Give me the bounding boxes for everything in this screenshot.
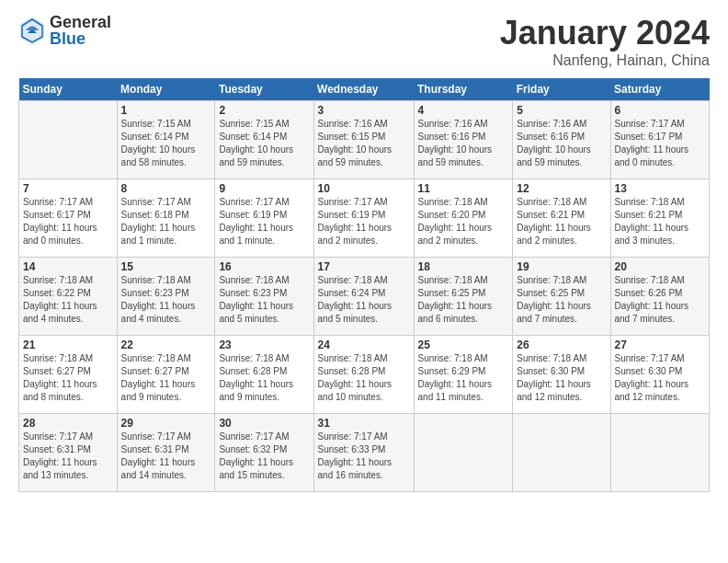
day-info: Sunrise: 7:17 AMSunset: 6:19 PMDaylight:… xyxy=(318,196,410,247)
table-row: 4Sunrise: 7:16 AMSunset: 6:16 PMDaylight… xyxy=(414,101,513,179)
weekday-monday: Monday xyxy=(117,78,215,101)
day-info: Sunrise: 7:18 AMSunset: 6:25 PMDaylight:… xyxy=(418,274,509,326)
day-number: 22 xyxy=(121,339,211,351)
day-number: 20 xyxy=(615,260,706,273)
table-row: 29Sunrise: 7:17 AMSunset: 6:31 PMDayligh… xyxy=(117,414,215,492)
table-row: 17Sunrise: 7:18 AMSunset: 6:24 PMDayligh… xyxy=(313,258,414,336)
day-number: 25 xyxy=(418,339,509,351)
table-row: 21Sunrise: 7:18 AMSunset: 6:27 PMDayligh… xyxy=(19,336,118,414)
day-info: Sunrise: 7:18 AMSunset: 6:26 PMDaylight:… xyxy=(615,274,706,326)
day-number: 6 xyxy=(615,104,706,117)
day-info: Sunrise: 7:18 AMSunset: 6:29 PMDaylight:… xyxy=(418,352,509,404)
day-info: Sunrise: 7:18 AMSunset: 6:25 PMDaylight:… xyxy=(517,274,606,326)
table-row: 23Sunrise: 7:18 AMSunset: 6:28 PMDayligh… xyxy=(215,336,313,414)
weekday-saturday: Saturday xyxy=(610,78,710,101)
logo-general: General xyxy=(50,14,111,30)
day-number: 2 xyxy=(219,104,309,117)
table-row: 3Sunrise: 7:16 AMSunset: 6:15 PMDaylight… xyxy=(313,101,414,179)
logo-icon xyxy=(18,15,46,47)
table-row xyxy=(414,414,513,492)
weekday-thursday: Thursday xyxy=(414,78,513,101)
day-info: Sunrise: 7:17 AMSunset: 6:31 PMDaylight:… xyxy=(23,431,113,482)
day-info: Sunrise: 7:17 AMSunset: 6:17 PMDaylight:… xyxy=(23,196,113,247)
day-number: 31 xyxy=(318,417,410,430)
table-row: 19Sunrise: 7:18 AMSunset: 6:25 PMDayligh… xyxy=(513,258,610,336)
table-row: 28Sunrise: 7:17 AMSunset: 6:31 PMDayligh… xyxy=(19,414,118,492)
day-info: Sunrise: 7:18 AMSunset: 6:27 PMDaylight:… xyxy=(23,352,113,404)
day-info: Sunrise: 7:18 AMSunset: 6:21 PMDaylight:… xyxy=(517,196,606,247)
weekday-tuesday: Tuesday xyxy=(215,78,313,101)
day-info: Sunrise: 7:18 AMSunset: 6:30 PMDaylight:… xyxy=(517,352,606,404)
day-info: Sunrise: 7:18 AMSunset: 6:24 PMDaylight:… xyxy=(318,274,410,326)
table-row: 12Sunrise: 7:18 AMSunset: 6:21 PMDayligh… xyxy=(513,179,610,258)
table-row: 9Sunrise: 7:17 AMSunset: 6:19 PMDaylight… xyxy=(215,179,313,258)
table-row: 2Sunrise: 7:15 AMSunset: 6:14 PMDaylight… xyxy=(215,101,313,179)
location: Nanfeng, Hainan, China xyxy=(500,52,710,69)
day-number: 17 xyxy=(318,260,410,273)
day-info: Sunrise: 7:18 AMSunset: 6:22 PMDaylight:… xyxy=(23,274,113,326)
day-number: 30 xyxy=(219,417,309,430)
day-info: Sunrise: 7:17 AMSunset: 6:33 PMDaylight:… xyxy=(318,431,410,482)
table-row: 8Sunrise: 7:17 AMSunset: 6:18 PMDaylight… xyxy=(117,179,215,258)
day-info: Sunrise: 7:16 AMSunset: 6:16 PMDaylight:… xyxy=(517,118,606,169)
table-row: 5Sunrise: 7:16 AMSunset: 6:16 PMDaylight… xyxy=(513,101,610,179)
calendar-container: General Blue January 2024 Nanfeng, Haina… xyxy=(0,0,728,501)
table-row: 10Sunrise: 7:17 AMSunset: 6:19 PMDayligh… xyxy=(313,179,414,258)
day-number: 14 xyxy=(23,260,113,273)
day-info: Sunrise: 7:17 AMSunset: 6:18 PMDaylight:… xyxy=(121,196,211,247)
table-row: 16Sunrise: 7:18 AMSunset: 6:23 PMDayligh… xyxy=(215,258,313,336)
weekday-friday: Friday xyxy=(513,78,610,101)
day-number: 3 xyxy=(318,104,410,117)
weekday-wednesday: Wednesday xyxy=(313,78,414,101)
day-number: 7 xyxy=(23,182,113,195)
table-row: 11Sunrise: 7:18 AMSunset: 6:20 PMDayligh… xyxy=(414,179,513,258)
day-info: Sunrise: 7:17 AMSunset: 6:31 PMDaylight:… xyxy=(121,431,211,482)
calendar-header-row: Sunday Monday Tuesday Wednesday Thursday… xyxy=(19,78,710,101)
day-number: 13 xyxy=(615,182,706,195)
day-info: Sunrise: 7:16 AMSunset: 6:15 PMDaylight:… xyxy=(318,118,410,169)
day-number: 19 xyxy=(517,260,606,273)
day-number: 10 xyxy=(318,182,410,195)
month-title: January 2024 xyxy=(500,14,710,52)
table-row: 20Sunrise: 7:18 AMSunset: 6:26 PMDayligh… xyxy=(610,258,710,336)
table-row: 14Sunrise: 7:18 AMSunset: 6:22 PMDayligh… xyxy=(19,258,118,336)
day-number: 27 xyxy=(615,339,706,351)
day-info: Sunrise: 7:18 AMSunset: 6:20 PMDaylight:… xyxy=(418,196,509,247)
table-row xyxy=(19,101,118,179)
table-row: 31Sunrise: 7:17 AMSunset: 6:33 PMDayligh… xyxy=(313,414,414,492)
table-row: 7Sunrise: 7:17 AMSunset: 6:17 PMDaylight… xyxy=(19,179,118,258)
table-row xyxy=(513,414,610,492)
day-info: Sunrise: 7:16 AMSunset: 6:16 PMDaylight:… xyxy=(418,118,509,169)
logo-blue: Blue xyxy=(50,30,111,47)
day-number: 16 xyxy=(219,260,309,273)
day-number: 8 xyxy=(121,182,211,195)
day-number: 11 xyxy=(418,182,509,195)
day-number: 12 xyxy=(517,182,606,195)
day-info: Sunrise: 7:18 AMSunset: 6:27 PMDaylight:… xyxy=(121,352,211,404)
day-number: 5 xyxy=(517,104,606,117)
day-number: 1 xyxy=(121,104,211,117)
table-row: 13Sunrise: 7:18 AMSunset: 6:21 PMDayligh… xyxy=(610,179,710,258)
table-row: 27Sunrise: 7:17 AMSunset: 6:30 PMDayligh… xyxy=(610,336,710,414)
day-number: 26 xyxy=(517,339,606,351)
table-row: 6Sunrise: 7:17 AMSunset: 6:17 PMDaylight… xyxy=(610,101,710,179)
table-row: 18Sunrise: 7:18 AMSunset: 6:25 PMDayligh… xyxy=(414,258,513,336)
day-number: 15 xyxy=(121,260,211,273)
day-info: Sunrise: 7:18 AMSunset: 6:28 PMDaylight:… xyxy=(219,352,309,404)
day-number: 18 xyxy=(418,260,509,273)
title-section: January 2024 Nanfeng, Hainan, China xyxy=(500,14,710,69)
weekday-sunday: Sunday xyxy=(19,78,118,101)
day-info: Sunrise: 7:18 AMSunset: 6:21 PMDaylight:… xyxy=(615,196,706,247)
day-number: 21 xyxy=(23,339,113,351)
day-info: Sunrise: 7:17 AMSunset: 6:32 PMDaylight:… xyxy=(219,431,309,482)
table-row: 22Sunrise: 7:18 AMSunset: 6:27 PMDayligh… xyxy=(117,336,215,414)
calendar-body: 1Sunrise: 7:15 AMSunset: 6:14 PMDaylight… xyxy=(19,101,710,492)
table-row: 30Sunrise: 7:17 AMSunset: 6:32 PMDayligh… xyxy=(215,414,313,492)
day-number: 9 xyxy=(219,182,309,195)
calendar-table: Sunday Monday Tuesday Wednesday Thursday… xyxy=(18,78,710,492)
calendar-header: General Blue January 2024 Nanfeng, Haina… xyxy=(18,14,710,69)
table-row: 26Sunrise: 7:18 AMSunset: 6:30 PMDayligh… xyxy=(513,336,610,414)
day-number: 28 xyxy=(23,417,113,430)
day-info: Sunrise: 7:17 AMSunset: 6:30 PMDaylight:… xyxy=(615,352,706,404)
day-info: Sunrise: 7:17 AMSunset: 6:19 PMDaylight:… xyxy=(219,196,309,247)
